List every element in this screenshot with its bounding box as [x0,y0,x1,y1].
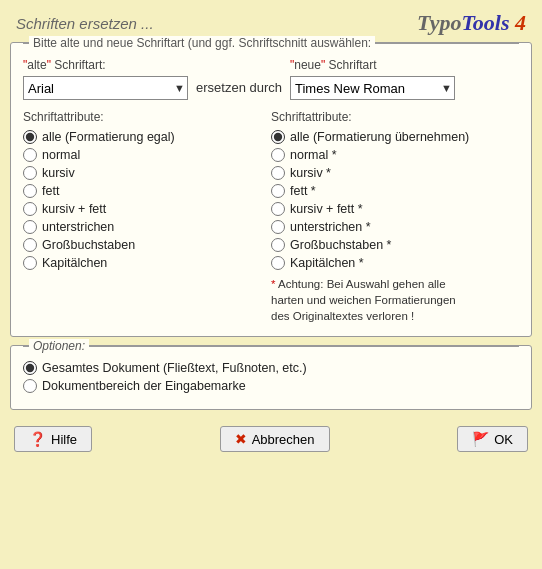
brand-typo: Typo [417,10,461,35]
old-font-select[interactable]: Arial Helvetica Times New Roman Courier … [23,76,188,100]
new-attr-normal-radio[interactable] [271,148,285,162]
new-attr-unterstrichen-radio[interactable] [271,220,285,234]
new-attr-grossbuchstaben[interactable]: Großbuchstaben * [271,238,519,252]
replace-label: ersetzen durch [196,64,282,95]
old-attr-fett-radio[interactable] [23,184,37,198]
option-dokumentbereich[interactable]: Dokumentbereich der Eingabemarke [23,379,519,393]
page-title: Schriften ersetzen ... [16,15,154,32]
new-attr-kursiv-fett-radio[interactable] [271,202,285,216]
help-icon: ❓ [29,431,46,447]
asterisk-note: * Achtung: Bei Auswahl gehen alle harten… [271,276,456,324]
old-attr-fett[interactable]: fett [23,184,271,198]
option-gesamtes[interactable]: Gesamtes Dokument (Fließtext, Fußnoten, … [23,361,519,375]
new-attrs-title: Schriftattribute: [271,110,519,124]
old-attr-kursiv-fett[interactable]: kursiv + fett [23,202,271,216]
ok-button[interactable]: 🚩 OK [457,426,528,452]
new-font-select[interactable]: Arial Helvetica Times New Roman Courier … [290,76,455,100]
new-attr-normal[interactable]: normal * [271,148,519,162]
old-attrs-title: Schriftattribute: [23,110,271,124]
attributes-row: Schriftattribute: alle (Formatierung ega… [23,110,519,324]
old-attr-kursiv[interactable]: kursiv [23,166,271,180]
new-attr-kapitalchen-label: Kapitälchen * [290,256,364,270]
old-attr-kursiv-radio[interactable] [23,166,37,180]
new-attr-fett-label: fett * [290,184,316,198]
new-attr-alle-label: alle (Formatierung übernehmen) [290,130,469,144]
new-font-select-wrap: Arial Helvetica Times New Roman Courier … [290,76,455,100]
abbrechen-label: Abbrechen [252,432,315,447]
new-attr-fett-radio[interactable] [271,184,285,198]
hilfe-button[interactable]: ❓ Hilfe [14,426,92,452]
old-attr-kapitalchen[interactable]: Kapitälchen [23,256,271,270]
new-attr-kursiv-radio[interactable] [271,166,285,180]
font-section-legend: Bitte alte und neue Schriftart (und ggf.… [29,36,375,50]
old-attr-normal-label: normal [42,148,80,162]
old-attr-grossbuchstaben[interactable]: Großbuchstaben [23,238,271,252]
cancel-icon: ✖ [235,431,247,447]
new-attr-unterstrichen[interactable]: unterstrichen * [271,220,519,234]
old-font-select-wrap: Arial Helvetica Times New Roman Courier … [23,76,188,100]
ok-icon: 🚩 [472,431,489,447]
abbrechen-button[interactable]: ✖ Abbrechen [220,426,330,452]
option-gesamtes-label: Gesamtes Dokument (Fließtext, Fußnoten, … [42,361,307,375]
new-attr-kursiv-fett[interactable]: kursiv + fett * [271,202,519,216]
options-box: Optionen: Gesamtes Dokument (Fließtext, … [10,345,532,410]
brand-logo: TypoTools 4 [417,10,526,36]
option-dokumentbereich-label: Dokumentbereich der Eingabemarke [42,379,246,393]
new-attr-alle-radio[interactable] [271,130,285,144]
old-attr-kapitalchen-radio[interactable] [23,256,37,270]
new-attr-unterstrichen-label: unterstrichen * [290,220,371,234]
old-attr-grossbuchstaben-radio[interactable] [23,238,37,252]
old-attr-unterstrichen-radio[interactable] [23,220,37,234]
new-attr-kapitalchen-radio[interactable] [271,256,285,270]
old-attr-grossbuchstaben-label: Großbuchstaben [42,238,135,252]
new-font-col: "neue" Schriftart Arial Helvetica Times … [290,58,455,100]
new-attrs-col: Schriftattribute: alle (Formatierung übe… [271,110,519,324]
old-attr-normal[interactable]: normal [23,148,271,162]
old-font-col: "alte" Schriftart: Arial Helvetica Times… [23,58,188,100]
old-attr-kursiv-label: kursiv [42,166,75,180]
new-attr-fett[interactable]: fett * [271,184,519,198]
old-attr-alle[interactable]: alle (Formatierung egal) [23,130,271,144]
option-dokumentbereich-radio[interactable] [23,379,37,393]
hilfe-label: Hilfe [51,432,77,447]
old-attr-alle-label: alle (Formatierung egal) [42,130,175,144]
old-attr-fett-label: fett [42,184,59,198]
old-attr-kapitalchen-label: Kapitälchen [42,256,107,270]
new-attr-alle[interactable]: alle (Formatierung übernehmen) [271,130,519,144]
new-font-label: "neue" Schriftart [290,58,455,72]
old-attrs-col: Schriftattribute: alle (Formatierung ega… [23,110,271,324]
old-attr-kursiv-fett-label: kursiv + fett [42,202,106,216]
ok-label: OK [494,432,513,447]
old-attr-unterstrichen[interactable]: unterstrichen [23,220,271,234]
options-legend: Optionen: [29,339,89,353]
new-attr-grossbuchstaben-label: Großbuchstaben * [290,238,391,252]
old-attr-alle-radio[interactable] [23,130,37,144]
new-attr-kursiv[interactable]: kursiv * [271,166,519,180]
new-attr-kapitalchen[interactable]: Kapitälchen * [271,256,519,270]
option-gesamtes-radio[interactable] [23,361,37,375]
new-attr-kursiv-label: kursiv * [290,166,331,180]
font-selection-box: Bitte alte und neue Schriftart (und ggf.… [10,42,532,337]
brand-tools: Tools [461,10,509,35]
font-row: "alte" Schriftart: Arial Helvetica Times… [23,58,519,100]
new-attr-normal-label: normal * [290,148,337,162]
old-font-label: "alte" Schriftart: [23,58,188,72]
brand-number: 4 [515,10,526,35]
footer: ❓ Hilfe ✖ Abbrechen 🚩 OK [0,420,542,458]
old-attr-kursiv-fett-radio[interactable] [23,202,37,216]
old-attr-normal-radio[interactable] [23,148,37,162]
old-attr-unterstrichen-label: unterstrichen [42,220,114,234]
new-attr-kursiv-fett-label: kursiv + fett * [290,202,363,216]
new-attr-grossbuchstaben-radio[interactable] [271,238,285,252]
